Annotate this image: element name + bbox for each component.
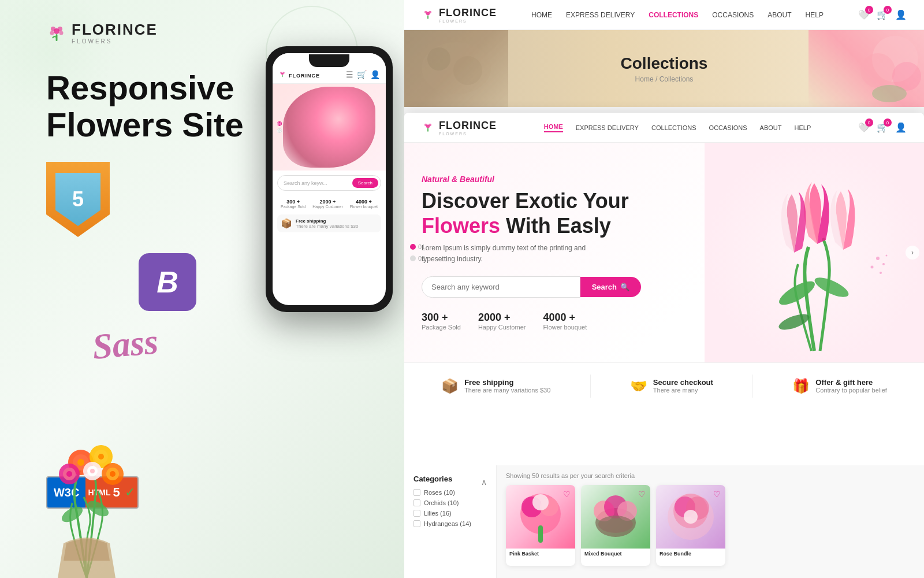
- phone-shipping-text: Free shipping There are many variations …: [296, 218, 359, 229]
- categories-toggle-icon[interactable]: ∧: [481, 477, 487, 487]
- phone-dot-1[interactable]: 01: [277, 121, 282, 126]
- product-main: Showing 50 results as per your search cr…: [497, 465, 924, 578]
- filter-orchids: Orchids (10): [413, 499, 487, 506]
- right-panel: FLORINCE FLOWERS HOME EXPRESS DELIVERY C…: [404, 0, 924, 578]
- browser-home: FLORINCE FLOWERS HOME EXPRESS DELIVERY C…: [404, 113, 924, 578]
- home-nav-home[interactable]: HOME: [544, 123, 563, 132]
- collections-logo-icon: [422, 9, 434, 21]
- product-card-3: ♡ Rose Bundle: [656, 485, 725, 566]
- hydrangeas-checkbox[interactable]: [413, 520, 420, 527]
- svg-rect-42: [427, 128, 429, 131]
- home-cart-icon[interactable]: 🛒 0: [877, 122, 888, 133]
- banner-image-left: [404, 30, 508, 107]
- phone-search-button[interactable]: Search: [352, 178, 378, 188]
- svg-point-2: [58, 27, 62, 31]
- phone-menu-icon[interactable]: ☰: [346, 70, 353, 79]
- hero-title-rest: With Easly: [500, 214, 611, 238]
- phone-shipping: 📦 Free shipping There are many variation…: [277, 214, 381, 232]
- person-icon: 👤: [895, 10, 907, 20]
- hero-stat-label-0: Package Sold: [422, 324, 461, 331]
- nav-link-home[interactable]: HOME: [531, 11, 552, 19]
- svg-point-3: [50, 31, 54, 35]
- hero-stat-num-2: 4000 +: [543, 312, 587, 324]
- feature-divider-1: [590, 375, 591, 398]
- headline: Responsive Flowers Site: [46, 69, 244, 143]
- svg-point-1: [51, 27, 55, 31]
- svg-point-4: [59, 31, 64, 35]
- svg-point-49: [871, 266, 874, 269]
- logo-icon: [46, 23, 67, 44]
- hero-section: 01 02 Natural & Beautiful Discover Exoti…: [404, 143, 924, 362]
- product-grid: ♡ Pink Basket: [506, 485, 915, 566]
- nav-link-express[interactable]: EXPRESS DELIVERY: [566, 11, 635, 19]
- svg-point-41: [429, 123, 431, 126]
- hero-stat-label-2: Flower bouquet: [543, 324, 587, 331]
- logo-area: FLORINCE FLOWERS: [46, 22, 158, 45]
- wishlist-badge: 0: [865, 6, 873, 14]
- phone-stat-1: 2000 + Happy Customer: [312, 199, 343, 209]
- phone-stats: 300 + Package Sold 2000 + Happy Customer…: [273, 195, 386, 212]
- nav-link-occasions[interactable]: OCCASIONS: [712, 11, 754, 19]
- left-panel: FLORINCE FLOWERS Responsive Flowers Site…: [0, 0, 404, 578]
- orchids-checkbox[interactable]: [413, 499, 420, 506]
- filter-hydrangeas: Hydrangeas (14): [413, 520, 487, 527]
- svg-point-6: [59, 503, 85, 525]
- home-logo-icon: [422, 121, 434, 134]
- svg-rect-5: [56, 34, 58, 41]
- feature-gift-subtitle: Contrary to popular belief: [815, 387, 887, 394]
- roses-checkbox[interactable]: [413, 489, 420, 496]
- hero-flower-svg: [705, 143, 924, 362]
- breadcrumb-home[interactable]: Home: [635, 75, 654, 83]
- wishlist-icon[interactable]: 🤍 0: [858, 9, 870, 20]
- user-account-icon[interactable]: 👤: [895, 9, 907, 20]
- nav-link-help[interactable]: HELP: [806, 11, 824, 19]
- phone-cart-icon[interactable]: 🛒: [357, 70, 367, 79]
- product-heart-1[interactable]: ♡: [563, 490, 571, 499]
- svg-rect-30: [427, 15, 429, 18]
- svg-point-29: [429, 10, 431, 13]
- product-heart-2[interactable]: ♡: [638, 490, 646, 499]
- phone-dot-2[interactable]: 02: [277, 128, 282, 133]
- phone-logo-text: FLORINCE: [289, 69, 320, 80]
- hero-content: Natural & Beautiful Discover Exotic Your…: [422, 175, 664, 331]
- headline-text: Responsive Flowers Site: [46, 69, 244, 143]
- home-person-icon: 👤: [895, 123, 907, 132]
- home-nav-occasions[interactable]: OCCASIONS: [709, 124, 747, 131]
- collections-nav-actions: 🤍 0 🛒 0 👤: [858, 9, 907, 20]
- product-heart-3[interactable]: ♡: [713, 490, 721, 499]
- hydrangeas-label: Hydrangeas (14): [424, 520, 471, 527]
- hero-next-arrow[interactable]: ›: [906, 246, 919, 260]
- home-nav-help[interactable]: HELP: [795, 124, 811, 131]
- home-nav-about[interactable]: ABOUT: [760, 124, 782, 131]
- hero-search-button[interactable]: Search 🔍: [580, 277, 641, 297]
- nav-link-collections[interactable]: COLLECTIONS: [649, 11, 698, 19]
- nav-link-about[interactable]: ABOUT: [767, 11, 791, 19]
- phone-hero: 01 02: [273, 84, 386, 171]
- home-nav-express[interactable]: EXPRESS DELIVERY: [576, 124, 639, 131]
- hero-stat-label-1: Happy Customer: [478, 324, 526, 331]
- hero-dot-circle-1: [410, 244, 416, 250]
- cart-badge: 0: [884, 6, 892, 14]
- home-wishlist-icon[interactable]: 🤍 0: [858, 122, 870, 133]
- product-section: Categories ∧ Roses (10) Orchids (10) Lil…: [404, 465, 924, 578]
- product-info-1: Pink Basket: [506, 549, 575, 559]
- phone-user-icon[interactable]: 👤: [370, 70, 380, 79]
- feature-gift: 🎁 Offer & gift here Contrary to popular …: [792, 378, 887, 394]
- collections-nav-logo: FLORINCE FLOWERS: [422, 7, 497, 23]
- hero-tag: Natural & Beautiful: [422, 175, 664, 184]
- categories-title: Categories: [413, 475, 452, 483]
- filter-roses: Roses (10): [413, 489, 487, 496]
- bootstrap-letter: B: [157, 265, 178, 299]
- home-nav-collections[interactable]: COLLECTIONS: [651, 124, 696, 131]
- phone-stat-label-0: Package Sold: [281, 205, 305, 209]
- lilies-checkbox[interactable]: [413, 510, 420, 517]
- home-user-icon[interactable]: 👤: [895, 122, 907, 133]
- svg-point-61: [598, 516, 633, 533]
- hero-stat-0: 300 + Package Sold: [422, 312, 461, 331]
- svg-point-55: [532, 494, 549, 510]
- cart-icon[interactable]: 🛒 0: [877, 9, 888, 20]
- collections-logo-name-area: FLORINCE FLOWERS: [439, 7, 497, 23]
- hero-search-input[interactable]: [422, 276, 580, 298]
- svg-rect-56: [538, 525, 543, 543]
- feature-gift-text: Offer & gift here Contrary to popular be…: [815, 378, 887, 394]
